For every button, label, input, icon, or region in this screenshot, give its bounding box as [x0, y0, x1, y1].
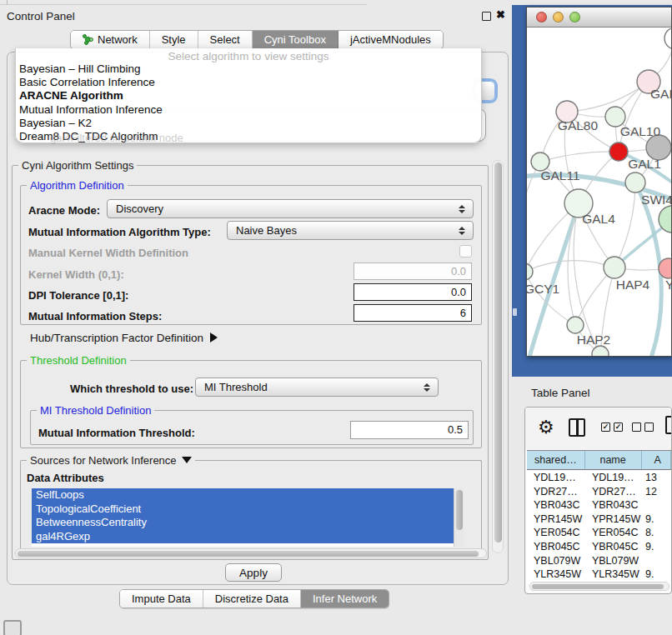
tab-style[interactable]: Style — [150, 31, 198, 48]
checked-checkbox-icon[interactable]: ✓ — [601, 422, 610, 432]
scrollbar-thumb[interactable] — [532, 584, 664, 589]
table-row[interactable]: YLR345WYLR345W9. — [527, 568, 671, 582]
network-node[interactable] — [664, 28, 672, 49]
tab-cyni-toolbox[interactable]: Cyni Toolbox — [253, 31, 339, 48]
gear-icon[interactable]: ⚙ — [538, 417, 554, 438]
network-node[interactable] — [592, 346, 609, 357]
tab-select[interactable]: Select — [198, 31, 253, 48]
network-edge[interactable] — [567, 82, 649, 112]
dpi-tolerance-label: DPI Tolerance [0,1]: — [28, 289, 128, 302]
column-header[interactable]: shared… — [527, 451, 585, 469]
network-node[interactable] — [625, 172, 645, 192]
attributes-list-scrollbar[interactable] — [454, 488, 464, 547]
scrollbar-thumb[interactable] — [18, 551, 479, 557]
algorithm-placeholder: Select algorithm to view settings — [16, 48, 481, 62]
scrollbar-thumb[interactable] — [494, 162, 502, 542]
document-icon[interactable] — [665, 416, 672, 434]
splitter-handle[interactable] — [513, 308, 517, 316]
aracne-mode-select[interactable]: Discovery — [107, 199, 474, 218]
table-cell: 9. — [642, 540, 671, 554]
algorithm-option[interactable]: Bayesian – K2 — [16, 117, 481, 130]
mi-threshold-input[interactable]: 0.5 — [350, 421, 469, 439]
apply-button[interactable]: Apply — [225, 563, 282, 582]
network-edge[interactable] — [614, 182, 635, 268]
zoom-traffic-light-icon[interactable] — [569, 12, 580, 22]
algorithm-option[interactable]: Bayesian – Hill Climbing — [16, 62, 481, 76]
hub-definition-expander[interactable]: Hub/Transcription Factor Definition — [30, 332, 218, 344]
mi-threshold-label: Mutual Information Threshold: — [38, 427, 195, 439]
tab-impute-data[interactable]: Impute Data — [120, 590, 203, 608]
table-cell: YER054C — [527, 526, 585, 540]
table-cell: YDL19… — [527, 471, 585, 485]
mi-steps-input[interactable]: 6 — [354, 304, 472, 322]
unchecked-checkbox-icon[interactable] — [644, 422, 654, 432]
table-header-row: shared…nameA — [527, 450, 671, 470]
algorithm-option[interactable]: Basic Correlation Inference — [16, 76, 481, 89]
network-node[interactable] — [604, 257, 625, 278]
table-row[interactable]: YDR27…YDR27…12 — [527, 485, 671, 499]
table-row[interactable]: YPR145WYPR145W9. — [527, 512, 671, 527]
network-window-titlebar[interactable] — [527, 8, 671, 28]
column-header[interactable]: name — [585, 451, 642, 469]
network-node[interactable] — [527, 263, 533, 280]
network-edge[interactable] — [540, 152, 619, 162]
spinner-arrows-icon — [459, 200, 467, 218]
bottom-tab-bar: Impute Data Discretize Data Infer Networ… — [119, 589, 389, 608]
mi-steps-label: Mutual Information Steps: — [28, 310, 162, 322]
kernel-width-input[interactable]: 0.0 — [354, 262, 472, 280]
settings-vertical-scrollbar[interactable] — [492, 160, 504, 553]
network-graph-canvas[interactable]: GALGAL80GAL10GAL1GAL11SWI4GAL4HAP4YGCY1H… — [527, 28, 672, 357]
docked-panel-icon[interactable] — [3, 620, 22, 635]
sources-legend[interactable]: Sources for Network Inference — [27, 454, 195, 467]
table-row[interactable]: YBL079WYBL079W — [527, 554, 671, 568]
network-icon — [83, 34, 93, 45]
table-cell: YDR27… — [527, 485, 585, 499]
checked-checkbox-icon[interactable]: ✓ — [614, 422, 623, 432]
tab-infer-network[interactable]: Infer Network — [301, 590, 389, 608]
data-attributes-list[interactable]: SelfLoopsTopologicalCoefficientBetweenne… — [32, 488, 464, 547]
table-row[interactable]: YBR043CYBR043C — [527, 498, 671, 512]
tab-network[interactable]: Network — [71, 31, 150, 48]
manual-kernel-checkbox[interactable] — [459, 245, 472, 258]
column-header[interactable]: A — [642, 451, 671, 469]
data-attribute-item[interactable]: TopologicalCoefficient — [32, 502, 464, 517]
data-attribute-item[interactable]: SelfLoops — [32, 488, 464, 502]
table-horizontal-scrollbar[interactable] — [529, 582, 669, 591]
close-traffic-light-icon[interactable] — [536, 12, 547, 22]
network-edge[interactable] — [568, 203, 579, 325]
table-row[interactable]: YDL19…YDL19…13 — [527, 471, 671, 485]
network-node[interactable] — [609, 142, 628, 161]
unchecked-checkbox-icon[interactable] — [632, 422, 641, 432]
table-cell: YBL079W — [527, 554, 585, 568]
table-cell: YLR345W — [585, 568, 642, 582]
dpi-tolerance-input[interactable]: 0.0 — [354, 283, 472, 301]
data-attribute-item[interactable]: gal4RGexp — [32, 530, 464, 544]
table-cell: 9. — [642, 512, 671, 527]
network-edge[interactable] — [527, 261, 614, 272]
which-threshold-select[interactable]: MI Threshold — [195, 378, 439, 397]
table-cell: YDL19… — [585, 471, 642, 485]
cyni-algorithm-settings-legend: Cyni Algorithm Settings — [18, 159, 137, 172]
scrollbar-thumb[interactable] — [456, 490, 463, 530]
network-edge-strong[interactable] — [529, 203, 579, 357]
data-attribute-item[interactable]: BetweennessCentrality — [32, 516, 464, 530]
close-icon[interactable]: ✖ — [496, 8, 505, 21]
table-row[interactable]: YBR045CYBR045C9. — [527, 540, 671, 554]
mi-algorithm-type-select[interactable]: Naive Bayes — [227, 221, 474, 240]
settings-horizontal-scrollbar[interactable] — [15, 548, 487, 558]
tab-discretize-data[interactable]: Discretize Data — [203, 590, 301, 608]
table-cell: 9. — [642, 568, 671, 582]
columns-icon[interactable] — [569, 418, 585, 437]
expand-right-icon — [210, 332, 218, 342]
tab-network-label: Network — [98, 33, 138, 46]
algorithm-option[interactable]: ARACNE Algorithm — [16, 89, 481, 102]
network-node-label: SWI4 — [641, 192, 672, 207]
table-row[interactable]: YER054CYER054C8. — [527, 526, 671, 540]
network-view-window[interactable]: GALGAL80GAL10GAL1GAL11SWI4GAL4HAP4YGCY1H… — [526, 7, 672, 357]
minimize-traffic-light-icon[interactable] — [553, 12, 564, 22]
algorithm-option[interactable]: Mutual Information Inference — [16, 103, 481, 117]
collapse-down-icon — [182, 457, 192, 463]
network-node[interactable] — [567, 317, 584, 333]
tab-jactivemnodules[interactable]: jActiveMNodules — [339, 31, 443, 48]
float-panel-icon[interactable] — [482, 12, 491, 21]
